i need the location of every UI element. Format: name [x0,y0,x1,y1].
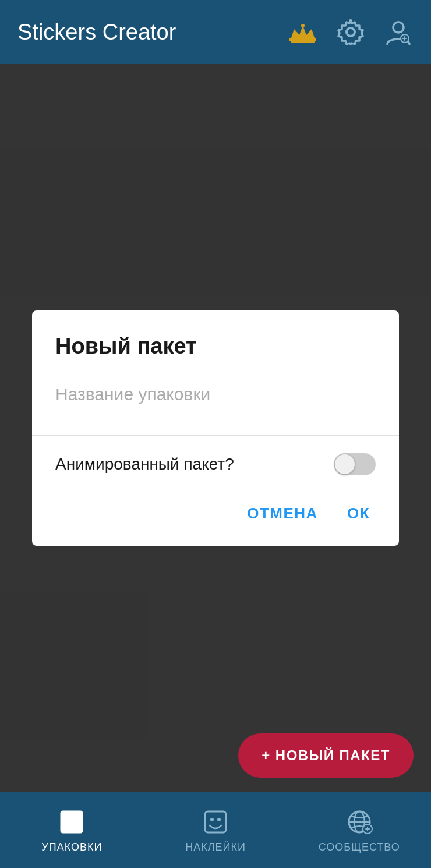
dialog: Новый пакет Анимированный пакет? ОТМЕНА … [32,310,399,546]
dialog-title: Новый пакет [55,334,376,359]
crown-icon[interactable] [288,17,318,47]
dialog-actions: ОТМЕНА ОК [55,499,376,528]
dialog-divider [32,435,399,436]
package-name-input[interactable] [55,380,376,409]
community-icon [345,807,374,837]
svg-point-6 [393,22,404,33]
packages-icon [57,807,86,837]
nav-item-packages[interactable]: УПАКОВКИ [0,807,144,853]
dialog-input-container [55,380,376,414]
dialog-toggle-row: Анимированный пакет? [55,453,376,475]
nav-label-packages: УПАКОВКИ [41,841,102,853]
svg-point-3 [301,24,305,27]
gear-icon[interactable] [335,17,366,47]
profile-icon[interactable] [383,17,414,47]
bottom-nav: УПАКОВКИ НАКЛЕЙКИ СООБЩЕС [0,792,431,868]
nav-label-community: СООБЩЕСТВО [319,841,400,853]
app-title: Stickers Creator [17,20,288,45]
svg-rect-9 [205,811,226,832]
toggle-knob [335,454,355,474]
animated-toggle-label: Анимированный пакет? [55,455,234,474]
svg-point-11 [217,818,221,821]
svg-rect-1 [291,40,315,43]
dialog-overlay: Новый пакет Анимированный пакет? ОТМЕНА … [0,64,431,792]
nav-label-stickers: НАКЛЕЙКИ [185,841,246,853]
cancel-button[interactable]: ОТМЕНА [241,499,324,528]
svg-point-10 [210,818,214,821]
animated-toggle[interactable] [334,453,376,475]
ok-button[interactable]: ОК [341,499,376,528]
app-bar-icons [288,17,414,47]
svg-point-5 [347,28,355,36]
app-bar: Stickers Creator [0,0,431,64]
stickers-icon [201,807,230,837]
nav-item-community[interactable]: СООБЩЕСТВО [287,807,431,853]
nav-item-stickers[interactable]: НАКЛЕЙКИ [144,807,288,853]
